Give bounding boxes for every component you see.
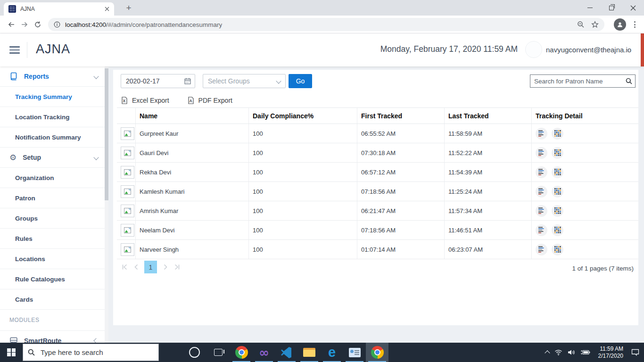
tracking-grid-button[interactable] — [552, 224, 563, 236]
browser-menu-icon[interactable] — [630, 20, 639, 29]
tracking-grid-button[interactable] — [552, 166, 563, 178]
tracking-detail-column-header: Tracking Detail — [532, 108, 638, 123]
start-button[interactable] — [0, 343, 23, 362]
wifi-icon[interactable] — [554, 349, 562, 355]
date-picker[interactable] — [121, 74, 195, 88]
last-page-button[interactable] — [173, 263, 181, 271]
first-page-button[interactable] — [121, 263, 128, 271]
first-tracked-value: 01:07:14 AM — [357, 240, 445, 259]
tracking-list-button[interactable] — [536, 128, 547, 140]
tracking-list-button[interactable] — [536, 244, 547, 255]
volume-icon[interactable] — [568, 349, 575, 355]
taskbar-date: 2/17/2020 — [598, 353, 623, 360]
tracking-list-button[interactable] — [536, 147, 547, 159]
excel-export-button[interactable]: Excel Export — [121, 97, 169, 104]
tracking-grid-button[interactable] — [552, 147, 563, 159]
sidebar-item-cards[interactable]: Cards — [0, 289, 105, 310]
next-page-button[interactable] — [161, 263, 169, 271]
taskbar-chrome-active-icon[interactable] — [366, 343, 388, 362]
tracking-grid-button[interactable] — [552, 186, 563, 197]
taskbar-visual-studio-icon[interactable]: ∞ — [253, 343, 275, 362]
taskbar-search[interactable] — [23, 344, 159, 361]
sidebar-item-notification-summary[interactable]: Notification Summary — [0, 127, 105, 148]
sidebar-item-tracking-summary[interactable]: Tracking Summary — [0, 87, 105, 107]
sidebar-section-reports[interactable]: Reports — [0, 66, 105, 87]
calendar-icon[interactable] — [184, 78, 191, 84]
groups-select[interactable]: Select Groups — [203, 74, 286, 88]
patron-search-input[interactable] — [530, 78, 626, 85]
new-tab-button[interactable]: + — [123, 2, 135, 14]
pdf-export-button[interactable]: PDF Export — [187, 97, 232, 104]
last-tracked-value: 11:54:39 AM — [445, 163, 532, 181]
sidebar-item-organization[interactable]: Organization — [0, 168, 105, 188]
tracking-list-button[interactable] — [536, 166, 547, 178]
taskbar-file-explorer-icon[interactable] — [298, 343, 321, 362]
sidebar-item-rules[interactable]: Rules — [0, 229, 105, 249]
excel-export-label: Excel Export — [132, 97, 169, 104]
first-tracked-value: 07:18:56 AM — [357, 221, 445, 239]
header-divider — [27, 42, 27, 58]
sidebar-item-locations[interactable]: Locations — [0, 249, 105, 269]
window-minimize-button[interactable] — [579, 0, 601, 16]
name-column-header[interactable]: Name — [136, 108, 249, 123]
last-tracked-column-header[interactable]: Last Tracked — [445, 108, 532, 123]
current-page-button[interactable]: 1 — [144, 261, 157, 273]
window-close-button[interactable] — [622, 0, 644, 16]
sidebar-item-label: Cards — [15, 296, 33, 303]
sidebar-module-smartroute[interactable]: SmartRoute — [0, 331, 105, 343]
browser-tab[interactable]: AJNA — [4, 2, 114, 16]
sidebar-item-rule-catalogues[interactable]: Rule Catalogues — [0, 269, 105, 289]
compliance-value: 100 — [249, 124, 357, 143]
user-email[interactable]: navyugconvent@theajna.io — [546, 46, 631, 54]
tracking-grid-button[interactable] — [552, 205, 563, 217]
taskbar-clock[interactable]: 11:59 AM 2/17/2020 — [598, 346, 623, 360]
patron-search[interactable] — [530, 74, 636, 88]
go-button[interactable]: Go — [289, 74, 312, 88]
patron-photo-placeholder — [121, 224, 134, 237]
tracking-list-button[interactable] — [536, 205, 547, 217]
taskbar-vscode-icon[interactable] — [275, 343, 298, 362]
tracking-list-button[interactable] — [536, 186, 547, 197]
prev-page-button[interactable] — [132, 263, 140, 271]
window-restore-button[interactable] — [601, 0, 622, 16]
sidebar-item-patron[interactable]: Patron — [0, 188, 105, 208]
reload-button[interactable] — [31, 18, 44, 31]
browser-tab-strip: AJNA + — [0, 0, 644, 16]
zoom-indicator-icon[interactable] — [577, 21, 585, 28]
sidebar-section-setup[interactable]: ⚙ Setup — [0, 148, 105, 168]
sidebar-item-label: Locations — [15, 255, 45, 263]
back-button[interactable] — [5, 18, 18, 31]
hidden-icons-chevron[interactable] — [545, 350, 550, 355]
search-icon[interactable] — [626, 78, 632, 84]
forward-button[interactable] — [18, 18, 31, 31]
first-tracked-column-header[interactable]: First Tracked — [357, 108, 445, 123]
taskbar-edge-icon[interactable]: e — [321, 343, 343, 362]
page-info-icon[interactable] — [54, 21, 60, 28]
date-input[interactable] — [121, 77, 184, 85]
bookmark-star-icon[interactable] — [591, 21, 599, 28]
browser-toolbar: localhost:4200/#/admin/core/patronattend… — [0, 16, 644, 33]
tab-close-icon[interactable] — [105, 7, 109, 11]
taskbar-chrome-icon[interactable] — [230, 343, 253, 362]
user-avatar[interactable] — [525, 41, 542, 58]
battery-icon[interactable] — [580, 350, 590, 355]
compliance-column-header[interactable]: Daily Compliance% — [249, 108, 357, 123]
tracking-grid-button[interactable] — [552, 244, 563, 255]
modules-heading: MODULES — [0, 310, 105, 331]
tracking-list-button[interactable] — [536, 224, 547, 236]
cortana-icon[interactable] — [189, 347, 200, 358]
hamburger-menu-icon[interactable] — [9, 46, 20, 56]
sidebar-item-groups[interactable]: Groups — [0, 208, 105, 229]
content-card: Select Groups Go Excel Export PDF Export — [113, 70, 638, 325]
action-center-icon[interactable] — [631, 349, 639, 356]
taskbar-app-icon[interactable] — [343, 343, 366, 362]
header-datetime: Monday, February 17, 2020 11:59 AM — [380, 44, 518, 54]
address-bar[interactable]: localhost:4200/#/admin/core/patronattend… — [48, 18, 604, 31]
taskbar-search-input[interactable] — [40, 348, 154, 357]
browser-profile-icon[interactable] — [614, 18, 626, 31]
sidebar-item-location-tracking[interactable]: Location Tracking — [0, 107, 105, 127]
sidebar-scrollbar-thumb[interactable] — [105, 68, 108, 200]
task-view-icon[interactable] — [214, 349, 223, 356]
tracking-grid-button[interactable] — [552, 128, 563, 140]
tab-title: AJNA — [20, 6, 35, 12]
